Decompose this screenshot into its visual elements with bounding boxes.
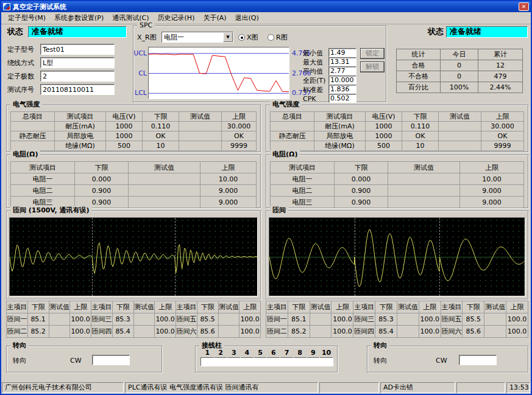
table-cell: 匝间五: [441, 313, 463, 326]
table-cell: 0.000: [335, 173, 388, 185]
table-row: 电阻三0.9009.000: [271, 197, 524, 208]
spc-title: SPC: [137, 21, 155, 30]
electric-table-left: 总项目测试项目电压(V)下限测试值上限耐压(mA)10000.11030.000…: [10, 111, 257, 151]
radio-dot-icon: [238, 34, 245, 41]
table-row: 匝间一85.1100.0匝间三85.3100.0匝间五85.5100.0: [7, 313, 261, 326]
table-cell: 局部放电: [314, 131, 366, 141]
app-window: 真空定子测试系统 ✕ 定子型号(M) 系统参数设置(P) 通讯测试(C) 历史记…: [0, 0, 532, 395]
table-cell: 9.000: [460, 197, 524, 208]
table-cell: 匝间六: [176, 326, 197, 338]
table-cell: 100.0: [239, 313, 261, 326]
menu-system-params[interactable]: 系统参数设置(P): [50, 12, 108, 24]
column-header: 测试值: [388, 162, 460, 173]
left-oscilloscope: [9, 217, 258, 296]
table-cell: 100%: [441, 82, 478, 93]
chart-source-combobox[interactable]: 电阻一 ▼: [161, 32, 233, 43]
column-header: 测试值: [310, 301, 332, 313]
table-cell: 百分比: [397, 82, 441, 93]
column-header: 下限: [112, 301, 133, 313]
table-cell: [11, 141, 55, 151]
column-header: 上限: [239, 301, 261, 313]
direction-right-label: 转向: [374, 357, 387, 365]
table-cell: 电阻二: [11, 185, 75, 197]
header-row: 统计今日累计: [397, 49, 523, 60]
lock-button[interactable]: 锁定: [360, 48, 385, 59]
close-button[interactable]: ✕: [519, 2, 529, 11]
column-header: 测试值: [397, 301, 419, 313]
menu-exit[interactable]: 退出(Q): [231, 12, 263, 24]
left-scope-trace: [10, 218, 257, 296]
table-cell: [179, 122, 222, 131]
table-cell: 匝间二: [266, 326, 288, 338]
resistance-groupbox-left: 电阻(Ω) 测试项目下限测试值上限电阻一0.00010.00电阻二0.9009.…: [6, 155, 261, 208]
header-row: 主项目下限测试值上限主项目下限测试值上限主项目下限测试值上限: [266, 301, 528, 313]
spc-series-line: [149, 54, 289, 92]
electric-title-right: 电气强度: [270, 100, 302, 109]
table-cell: 30.000: [481, 122, 524, 131]
terminals-table: 12345678910: [200, 349, 333, 366]
right-oscilloscope: [269, 217, 525, 296]
radio-r-chart[interactable]: R图: [268, 33, 288, 42]
spc-chart-svg: [149, 47, 289, 99]
column-header: 测试项目: [314, 112, 366, 122]
electric-groupbox-left: 电气强度 总项目测试项目电压(V)下限测试值上限耐压(mA)10000.1103…: [6, 105, 261, 152]
menu-bar: 定子型号(M) 系统参数设置(P) 通讯测试(C) 历史记录(H) 关于(A) …: [1, 12, 531, 24]
resistance-title-left: 电阻(Ω): [10, 150, 40, 159]
menu-about[interactable]: 关于(A): [199, 12, 230, 24]
turn-groupbox-left: 匝间 (1500V, 通讯有误): [6, 211, 261, 299]
stat-stddev-value: 1.836: [328, 85, 356, 94]
combobox-dropdown-button[interactable]: ▼: [223, 32, 233, 42]
table-cell: OK: [402, 131, 439, 141]
column-header: 统计: [397, 49, 441, 60]
main-content: 状态 准备就绪 定子型号 绕线方式 定子极数 测试序号 SPC X_R图 电阻一…: [1, 24, 531, 380]
table-cell: 静态耐压: [271, 131, 314, 141]
column-header: 2: [214, 349, 227, 357]
table-cell: 匝间四: [91, 326, 113, 338]
table-cell: [267, 357, 280, 366]
menu-stator-model[interactable]: 定子型号(M): [4, 12, 50, 24]
column-header: 测试项目: [11, 162, 75, 173]
column-header: 总项目: [271, 112, 314, 122]
table-cell: 500: [106, 141, 143, 151]
stat-min-value: 1.49: [328, 48, 356, 57]
table-cell: OK: [222, 131, 257, 141]
table-cell: [310, 326, 332, 338]
column-header: 上限: [222, 112, 257, 122]
table-cell: 100.0: [70, 326, 91, 338]
statusbar-time: 13:53: [506, 382, 530, 393]
column-header: 上限: [419, 301, 441, 313]
radio-x-chart[interactable]: X图: [238, 33, 258, 42]
table-cell: [484, 313, 506, 326]
model-input[interactable]: [40, 44, 115, 55]
column-header: 今日: [441, 49, 478, 60]
serial-input[interactable]: [40, 84, 115, 95]
column-header: 下限: [335, 162, 388, 173]
direction-left-indicator: [92, 355, 130, 365]
column-header: 测试值: [133, 301, 155, 313]
column-header: 累计: [478, 49, 523, 60]
column-header: 上限: [506, 301, 528, 313]
poles-input[interactable]: [40, 71, 115, 82]
winding-input[interactable]: [40, 57, 115, 68]
menu-history[interactable]: 历史记录(H): [154, 12, 199, 24]
unlock-button[interactable]: 解锁: [360, 61, 385, 72]
table-cell: [11, 122, 55, 131]
table-cell: 85.4: [112, 326, 133, 338]
column-header: 上限: [481, 112, 524, 122]
column-header: 10: [320, 349, 333, 357]
table-cell: 绝缘(MΩ): [55, 141, 106, 151]
table-cell: 1000: [106, 131, 143, 141]
table-cell: 85.1: [27, 313, 49, 326]
column-header: 测试项目: [271, 162, 335, 173]
direction-right-value: CW: [436, 357, 447, 365]
table-cell: 100.0: [419, 326, 441, 338]
turn-title-left: 匝间 (1500V, 通讯有误): [10, 206, 92, 215]
table-row: 绝缘(MΩ)500109999: [271, 141, 524, 151]
direction-groupbox-left: 转向 转向 CW: [6, 346, 162, 372]
title-bar: 真空定子测试系统 ✕: [1, 1, 531, 12]
direction-title-right: 转向: [371, 341, 389, 350]
stat-min-label: 最小值: [303, 49, 323, 58]
table-cell: [280, 357, 294, 366]
table-cell: [271, 141, 314, 151]
resistance-title-right: 电阻(Ω): [270, 150, 300, 159]
